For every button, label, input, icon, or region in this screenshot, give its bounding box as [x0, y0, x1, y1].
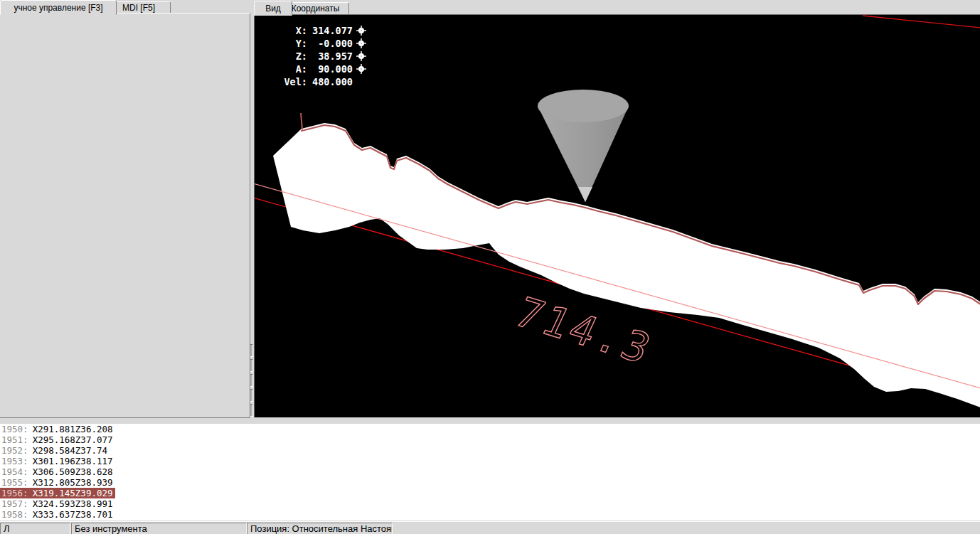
gcode-line[interactable]: 1957:X324.593Z38.991 — [0, 498, 980, 509]
gcode-line[interactable]: 1958:X333.637Z38.701 — [0, 509, 980, 520]
gcode-line[interactable]: 1952:X298.584Z37.74 — [0, 445, 980, 456]
tab-manual-control[interactable]: учное управление [F3] — [0, 0, 117, 15]
dro-row-z: Z: 38.957 — [282, 50, 367, 63]
dro-row-vel: Vel: 480.000 — [282, 75, 367, 88]
dro-readout: X: 314.077 Y: -0.000 Z: 38.957 — [282, 24, 367, 88]
dro-row-x: X: 314.077 — [282, 24, 367, 37]
dro-row-a: A: 90.000 — [282, 63, 367, 75]
gcode-listing[interactable]: 1950:X291.881Z36.208 1951:X295.168Z37.07… — [0, 424, 980, 520]
gcode-line-active[interactable]: 1956:X319.145Z39.029 — [0, 488, 980, 498]
gcode-line[interactable]: 1953:X301.196Z38.117 — [0, 456, 980, 466]
homed-icon — [356, 26, 367, 36]
homed-icon — [356, 64, 367, 74]
tab-preview[interactable]: Вид — [254, 1, 292, 16]
gcode-line[interactable]: 1950:X291.881Z36.208 — [0, 424, 980, 434]
linuxcnc-axis-window: учное управление [F3] MDI [F5] сь: X Y Z… — [0, 0, 980, 534]
gcode-line[interactable]: 1951:X295.168Z37.077 — [0, 434, 980, 445]
dro-row-y: Y: -0.000 — [282, 37, 367, 50]
status-cell-mode: Л — [0, 523, 70, 534]
toolpath-entry-line — [301, 113, 302, 129]
gcode-line[interactable]: 1954:X306.509Z38.628 — [0, 466, 980, 477]
homed-icon — [356, 38, 367, 48]
status-bar: Л Без инструмента Позиция: Относительная… — [0, 521, 980, 534]
axis-line-red-top — [863, 16, 980, 28]
status-cell-tool: Без инструмента — [71, 523, 247, 534]
tool-cone — [538, 90, 629, 202]
preview-3d-view[interactable]: 714.3 X: 314.077 Y: -0.000 — [254, 14, 980, 417]
status-cell-position-mode: Позиция: Относительная Настоящая — [247, 523, 393, 534]
manual-control-panel — [0, 13, 250, 418]
gcode-line[interactable]: 1955:X312.805Z38.939 — [0, 477, 980, 488]
homed-icon — [356, 51, 367, 61]
